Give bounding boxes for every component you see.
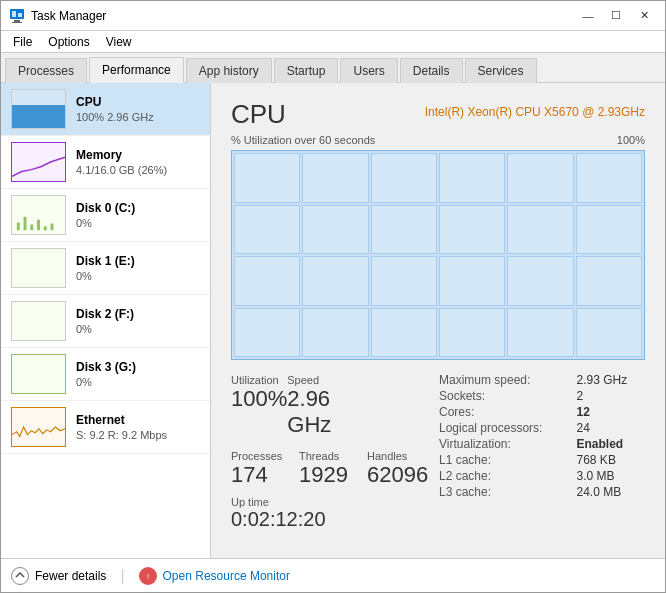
tab-details[interactable]: Details xyxy=(400,58,463,83)
tab-app-history[interactable]: App history xyxy=(186,58,272,83)
disk2-thumbnail xyxy=(11,301,66,341)
svg-rect-8 xyxy=(37,220,40,230)
detail-panel: CPU Intel(R) Xeon(R) CPU X5670 @ 2.93GHz… xyxy=(211,83,665,558)
l2-label: L2 cache: xyxy=(435,468,573,484)
stat-row-cores: Cores: 12 xyxy=(435,404,645,420)
stat-row-l3: L3 cache: 24.0 MB xyxy=(435,484,645,500)
graph-cell-16 xyxy=(439,256,505,306)
graph-cell-19 xyxy=(234,308,300,358)
open-resource-monitor-button[interactable]: ! Open Resource Monitor xyxy=(139,567,290,585)
disk2-info: Disk 2 (F:) 0% xyxy=(76,307,134,335)
menu-view[interactable]: View xyxy=(98,33,140,51)
svg-rect-6 xyxy=(24,217,27,230)
cpu-header: CPU Intel(R) Xeon(R) CPU X5670 @ 2.93GHz xyxy=(231,99,645,130)
right-stats-table: Maximum speed: 2.93 GHz Sockets: 2 Cores… xyxy=(435,372,645,500)
graph-cell-6 xyxy=(576,153,642,203)
disk0-label: Disk 0 (C:) xyxy=(76,201,135,215)
stat-row-max-speed: Maximum speed: 2.93 GHz xyxy=(435,372,645,388)
handles-block: Handles 62096 xyxy=(367,448,435,490)
tab-startup[interactable]: Startup xyxy=(274,58,339,83)
utilization-stat-label: Utilization xyxy=(231,374,287,386)
sidebar-item-disk3[interactable]: Disk 3 (G:) 0% xyxy=(1,348,210,401)
l3-label: L3 cache: xyxy=(435,484,573,500)
ethernet-label: Ethernet xyxy=(76,413,167,427)
memory-label: Memory xyxy=(76,148,167,162)
disk1-info: Disk 1 (E:) 0% xyxy=(76,254,135,282)
utilization-block: Utilization 100% xyxy=(231,372,287,440)
window-controls: — ☐ ✕ xyxy=(575,6,657,26)
disk1-thumbnail xyxy=(11,248,66,288)
graph-cell-8 xyxy=(302,205,368,255)
processes-block: Processes 174 xyxy=(231,448,299,490)
disk2-label: Disk 2 (F:) xyxy=(76,307,134,321)
window-title: Task Manager xyxy=(31,9,106,23)
memory-stat: 4.1/16.0 GB (26%) xyxy=(76,164,167,176)
ethernet-thumbnail xyxy=(11,407,66,447)
tab-services[interactable]: Services xyxy=(465,58,537,83)
svg-rect-1 xyxy=(12,11,16,17)
threads-stat-label: Threads xyxy=(299,450,367,462)
sidebar-item-disk1[interactable]: Disk 1 (E:) 0% xyxy=(1,242,210,295)
fewer-details-button[interactable]: Fewer details xyxy=(11,567,106,585)
graph-cell-12 xyxy=(576,205,642,255)
disk3-stat: 0% xyxy=(76,376,136,388)
memory-thumbnail xyxy=(11,142,66,182)
stat-row-sockets: Sockets: 2 xyxy=(435,388,645,404)
sidebar-item-disk2[interactable]: Disk 2 (F:) 0% xyxy=(1,295,210,348)
memory-info: Memory 4.1/16.0 GB (26%) xyxy=(76,148,167,176)
graph-cell-23 xyxy=(507,308,573,358)
max-speed-label: Maximum speed: xyxy=(435,372,573,388)
close-button[interactable]: ✕ xyxy=(631,6,657,26)
threads-block: Threads 1929 xyxy=(299,448,367,490)
graph-cell-15 xyxy=(371,256,437,306)
cpu-title: CPU xyxy=(231,99,286,130)
title-bar: Task Manager — ☐ ✕ xyxy=(1,1,665,31)
utilization-max: 100% xyxy=(617,134,645,146)
ethernet-info: Ethernet S: 9.2 R: 9.2 Mbps xyxy=(76,413,167,441)
utilization-label: % Utilization over 60 seconds xyxy=(231,134,375,146)
graph-cell-3 xyxy=(371,153,437,203)
disk3-thumbnail xyxy=(11,354,66,394)
menu-options[interactable]: Options xyxy=(40,33,97,51)
sidebar-item-cpu[interactable]: CPU 100% 2.96 GHz xyxy=(1,83,210,136)
bottom-separator: | xyxy=(120,567,124,585)
svg-rect-9 xyxy=(44,226,47,230)
svg-rect-4 xyxy=(12,22,22,23)
processes-stat-label: Processes xyxy=(231,450,299,462)
bottom-bar: Fewer details | ! Open Resource Monitor xyxy=(1,558,665,592)
task-manager-window: Task Manager — ☐ ✕ File Options View Pro… xyxy=(0,0,666,593)
sidebar-item-disk0[interactable]: Disk 0 (C:) 0% xyxy=(1,189,210,242)
cpu-stat: 100% 2.96 GHz xyxy=(76,111,154,123)
graph-cell-24 xyxy=(576,308,642,358)
tab-performance[interactable]: Performance xyxy=(89,57,184,83)
disk0-info: Disk 0 (C:) 0% xyxy=(76,201,135,229)
graph-cell-22 xyxy=(439,308,505,358)
disk0-thumbnail xyxy=(11,195,66,235)
graph-cell-14 xyxy=(302,256,368,306)
uptime-label: Up time xyxy=(231,496,435,508)
speed-block: Speed 2.96 GHz xyxy=(287,372,336,440)
logical-label: Logical processors: xyxy=(435,420,573,436)
stat-row-virtualization: Virtualization: Enabled xyxy=(435,436,645,452)
sidebar-item-ethernet[interactable]: Ethernet S: 9.2 R: 9.2 Mbps xyxy=(1,401,210,454)
tab-users[interactable]: Users xyxy=(340,58,397,83)
logical-value: 24 xyxy=(573,420,645,436)
maximize-button[interactable]: ☐ xyxy=(603,6,629,26)
tabs-bar: Processes Performance App history Startu… xyxy=(1,53,665,83)
main-content: CPU 100% 2.96 GHz Memory 4.1/16.0 GB (26… xyxy=(1,83,665,558)
threads-stat-value: 1929 xyxy=(299,462,367,488)
sidebar-item-memory[interactable]: Memory 4.1/16.0 GB (26%) xyxy=(1,136,210,189)
handles-stat-label: Handles xyxy=(367,450,435,462)
sockets-label: Sockets: xyxy=(435,388,573,404)
l1-label: L1 cache: xyxy=(435,452,573,468)
stats-row-2: Processes 174 Threads 1929 Handles 62096 xyxy=(231,448,435,490)
minimize-button[interactable]: — xyxy=(575,6,601,26)
tab-processes[interactable]: Processes xyxy=(5,58,87,83)
cores-value: 12 xyxy=(573,404,645,420)
cpu-info: CPU 100% 2.96 GHz xyxy=(76,95,154,123)
graph-cell-13 xyxy=(234,256,300,306)
stat-row-l2: L2 cache: 3.0 MB xyxy=(435,468,645,484)
svg-rect-5 xyxy=(17,223,20,231)
l2-value: 3.0 MB xyxy=(573,468,645,484)
menu-file[interactable]: File xyxy=(5,33,40,51)
